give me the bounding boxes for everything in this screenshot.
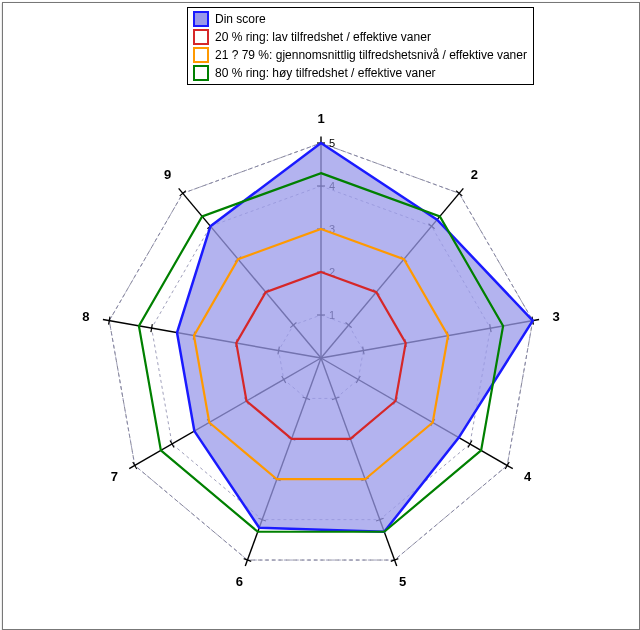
svg-text:8: 8	[82, 309, 89, 324]
svg-text:7: 7	[111, 469, 118, 484]
legend-swatch-icon	[193, 29, 209, 45]
legend-label: 80 % ring: høy tilfredshet / effektive v…	[215, 65, 436, 81]
legend-row: 20 % ring: lav tilfredshet / effektive v…	[192, 28, 527, 46]
legend-row: 21 ? 79 %: gjennomsnittlig tilfredshetsn…	[192, 46, 527, 64]
legend-swatch-icon	[193, 11, 209, 27]
legend-row: Din score	[192, 10, 527, 28]
legend-label: Din score	[215, 11, 266, 27]
svg-text:2: 2	[471, 167, 478, 182]
legend-row: 80 % ring: høy tilfredshet / effektive v…	[192, 64, 527, 82]
legend-label: 21 ? 79 %: gjennomsnittlig tilfredshetsn…	[215, 47, 527, 63]
svg-text:9: 9	[164, 167, 171, 182]
svg-text:5: 5	[399, 574, 406, 589]
legend-label: 20 % ring: lav tilfredshet / effektive v…	[215, 29, 431, 45]
radar-chart: 12345678912345	[3, 83, 639, 629]
legend: Din score 20 % ring: lav tilfredshet / e…	[187, 7, 534, 85]
svg-text:3: 3	[552, 309, 559, 324]
chart-frame: Din score 20 % ring: lav tilfredshet / e…	[2, 2, 640, 630]
svg-line-59	[151, 324, 152, 332]
legend-swatch-icon	[193, 47, 209, 63]
svg-text:1: 1	[317, 111, 324, 126]
svg-text:5: 5	[329, 137, 335, 149]
svg-text:6: 6	[236, 574, 243, 589]
svg-text:4: 4	[524, 469, 532, 484]
legend-swatch-icon	[193, 65, 209, 81]
series-score	[177, 143, 533, 532]
